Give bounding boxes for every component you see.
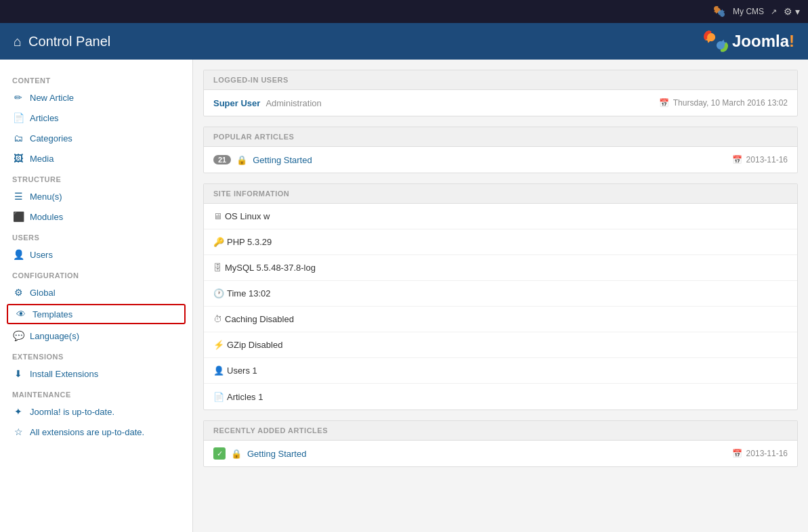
popular-articles-panel: POPULAR ARTICLES 21 🔒 Getting Started 📅 … — [203, 127, 798, 173]
page-title: Control Panel — [28, 34, 110, 49]
sidebar-item-modules[interactable]: ⬛ Modules — [0, 206, 192, 227]
site-info-articles-text: Articles 1 — [227, 392, 263, 402]
calendar-icon: 📅 — [659, 98, 669, 108]
sidebar-section-maintenance: MAINTENANCE — [0, 384, 192, 401]
sidebar-item-label: New Article — [30, 93, 74, 103]
site-info-caching-text: Caching Disabled — [225, 314, 294, 324]
sidebar-section-users: USERS — [0, 227, 192, 244]
home-icon: ⌂ — [14, 34, 22, 49]
logged-in-user-info: Super User Administration — [213, 98, 659, 108]
check-icon: ✓ — [213, 447, 226, 460]
user-role: Administration — [265, 98, 321, 108]
recently-added-title-link[interactable]: Getting Started — [247, 449, 306, 459]
sidebar-section-extensions: EXTENSIONS — [0, 346, 192, 363]
lightning-icon: ⚡ — [213, 340, 224, 350]
sidebar-item-new-article[interactable]: ✏ New Article — [0, 87, 192, 108]
pencil-icon: ✏ — [12, 92, 24, 103]
sidebar-item-categories[interactable]: 🗂 Categories — [0, 128, 192, 148]
user-icon: 👤 — [213, 365, 224, 376]
joomla-logo-text: Joomla! — [732, 32, 794, 51]
sidebar-item-media[interactable]: 🖼 Media — [0, 148, 192, 169]
recently-added-info: ✓ 🔒 Getting Started — [213, 447, 732, 460]
file-icon: 📄 — [12, 112, 24, 123]
sidebar: CONTENT ✏ New Article 📄 Articles 🗂 Categ… — [0, 60, 193, 532]
joomla-icon: ✦ — [12, 406, 24, 417]
sidebar-item-label: Joomla! is up-to-date. — [30, 407, 114, 417]
external-link-icon: ↗ — [771, 7, 777, 16]
main-content: LOGGED-IN USERS Super User Administratio… — [193, 60, 808, 532]
lock-icon: 🔒 — [236, 155, 247, 165]
sidebar-item-articles[interactable]: 📄 Articles — [0, 108, 192, 128]
sidebar-item-label: Language(s) — [30, 331, 79, 341]
site-info-php-text: PHP 5.3.29 — [227, 237, 272, 247]
monitor-icon: 🖥 — [213, 211, 222, 221]
sidebar-section-content: CONTENT — [0, 70, 192, 87]
folder-icon: 🗂 — [12, 133, 24, 143]
recently-added-panel: RECENTLY ADDED ARTICLES ✓ 🔒 Getting Star… — [203, 420, 798, 467]
site-info-os-text: OS Linux w — [225, 211, 270, 221]
lock-icon: 🔒 — [231, 449, 242, 459]
sidebar-section-structure: STRUCTURE — [0, 169, 192, 186]
site-information-header: SITE INFORMATION — [204, 184, 797, 204]
logged-in-user-datetime: 📅 Thursday, 10 March 2016 13:02 — [659, 98, 788, 108]
super-user-link[interactable]: Super User — [213, 98, 260, 108]
sidebar-item-label: Global — [30, 288, 56, 298]
site-info-caching: ⏱ Caching Disabled — [204, 307, 797, 332]
sidebar-item-joomla-uptodate[interactable]: ✦ Joomla! is up-to-date. — [0, 401, 192, 422]
site-info-time-text: Time 13:02 — [227, 288, 271, 298]
article-count-badge: 21 — [213, 155, 231, 164]
cache-icon: ⏱ — [213, 314, 222, 324]
popular-article-info: 21 🔒 Getting Started — [213, 155, 732, 165]
sidebar-item-label: Install Extensions — [30, 369, 98, 379]
site-info-php: 🔑 PHP 5.3.29 — [204, 229, 797, 255]
recently-added-header: RECENTLY ADDED ARTICLES — [204, 421, 797, 441]
sidebar-item-users[interactable]: 👤 Users — [0, 244, 192, 265]
site-info-users-text: Users 1 — [227, 365, 257, 376]
db-icon: 🗄 — [213, 263, 222, 273]
sidebar-item-label: Articles — [30, 113, 59, 123]
popular-article-date: 📅 2013-11-16 — [732, 155, 788, 164]
logged-in-users-header: LOGGED-IN USERS — [204, 70, 797, 90]
gear-icon: ⚙ — [12, 287, 24, 298]
image-icon: 🖼 — [12, 153, 24, 164]
joomla-logo: Joomla! — [704, 29, 794, 53]
user-icon: 👤 — [12, 249, 24, 260]
star-icon: ☆ — [12, 426, 24, 437]
logged-in-users-panel: LOGGED-IN USERS Super User Administratio… — [203, 70, 798, 116]
site-info-os: 🖥 OS Linux w — [204, 204, 797, 229]
site-info-gzip-text: GZip Disabled — [227, 340, 282, 350]
sidebar-item-install-extensions[interactable]: ⬇ Install Extensions — [0, 363, 192, 384]
key-icon: 🔑 — [213, 237, 224, 247]
download-icon: ⬇ — [12, 368, 24, 379]
sidebar-item-label: Menu(s) — [30, 192, 62, 202]
sidebar-item-label: Media — [30, 154, 54, 164]
gear-icon[interactable]: ⚙ ▾ — [784, 6, 800, 17]
sidebar-item-languages[interactable]: 💬 Language(s) — [0, 326, 192, 346]
sidebar-item-extensions-uptodate[interactable]: ☆ All extensions are up-to-date. — [0, 422, 192, 442]
site-information-panel: SITE INFORMATION 🖥 OS Linux w 🔑 PHP 5.3.… — [203, 183, 798, 410]
eye-icon: 👁 — [15, 309, 27, 319]
sidebar-item-global[interactable]: ⚙ Global — [0, 282, 192, 303]
cube-icon: ⬛ — [12, 211, 24, 222]
list-icon: ☰ — [12, 191, 24, 202]
top-joomla-icon — [713, 5, 726, 18]
recently-added-date: 📅 2013-11-16 — [732, 449, 788, 458]
sidebar-item-label: All extensions are up-to-date. — [30, 427, 144, 437]
site-info-mysql: 🗄 MySQL 5.5.48-37.8-log — [204, 255, 797, 281]
doc-icon: 📄 — [213, 392, 224, 402]
popular-article-title-link[interactable]: Getting Started — [253, 155, 312, 165]
sidebar-item-label: Users — [30, 250, 53, 260]
popular-article-row: 21 🔒 Getting Started 📅 2013-11-16 — [204, 147, 797, 173]
sidebar-item-label: Modules — [30, 212, 63, 222]
top-bar-right: My CMS ↗ ⚙ ▾ — [713, 5, 800, 18]
sidebar-item-menus[interactable]: ☰ Menu(s) — [0, 186, 192, 206]
sidebar-section-configuration: CONFIGURATION — [0, 265, 192, 282]
sidebar-item-label: Categories — [30, 133, 72, 143]
site-info-articles: 📄 Articles 1 — [204, 384, 797, 409]
popular-articles-header: POPULAR ARTICLES — [204, 127, 797, 147]
site-info-gzip: ⚡ GZip Disabled — [204, 332, 797, 358]
site-info-time: 🕐 Time 13:02 — [204, 281, 797, 307]
sidebar-item-templates[interactable]: 👁 Templates — [7, 304, 186, 324]
cms-link[interactable]: My CMS — [733, 7, 764, 16]
logged-in-user-row: Super User Administration 📅 Thursday, 10… — [204, 90, 797, 116]
